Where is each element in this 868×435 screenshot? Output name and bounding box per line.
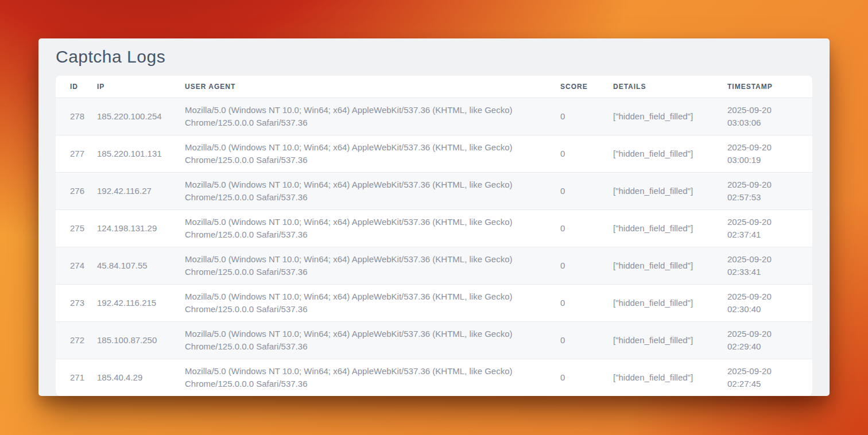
cell-details: ["hidden_field_filled"] [613, 359, 727, 397]
cell-timestamp: 2025-09-20 02:37:41 [727, 210, 812, 247]
table-row: 274 45.84.107.55 Mozilla/5.0 (Windows NT… [56, 247, 812, 285]
cell-ip: 185.40.4.29 [97, 359, 185, 397]
cell-score: 0 [560, 173, 613, 210]
cell-user-agent: Mozilla/5.0 (Windows NT 10.0; Win64; x64… [185, 173, 560, 210]
cell-timestamp: 2025-09-20 02:27:45 [727, 359, 812, 397]
table-header-row: ID IP USER AGENT SCORE DETAILS TIMESTAMP [56, 76, 812, 98]
cell-score: 0 [560, 98, 613, 135]
cell-ip: 185.220.101.131 [97, 135, 185, 173]
table-row: 277 185.220.101.131 Mozilla/5.0 (Windows… [56, 135, 812, 173]
cell-details: ["hidden_field_filled"] [613, 322, 727, 359]
cell-score: 0 [560, 135, 613, 173]
cell-ip: 192.42.116.27 [97, 173, 185, 210]
table-header: ID IP USER AGENT SCORE DETAILS TIMESTAMP [56, 76, 812, 98]
cell-ip: 185.220.100.254 [97, 98, 185, 135]
cell-details: ["hidden_field_filled"] [613, 135, 727, 173]
column-header-user-agent: USER AGENT [185, 76, 560, 98]
table-row: 273 192.42.116.215 Mozilla/5.0 (Windows … [56, 285, 812, 322]
cell-user-agent: Mozilla/5.0 (Windows NT 10.0; Win64; x64… [185, 247, 560, 285]
cell-user-agent: Mozilla/5.0 (Windows NT 10.0; Win64; x64… [185, 359, 560, 397]
cell-timestamp: 2025-09-20 02:29:40 [727, 322, 812, 359]
captcha-logs-card: Captcha Logs ID IP USER AGENT SCORE DETA… [38, 38, 830, 396]
cell-user-agent: Mozilla/5.0 (Windows NT 10.0; Win64; x64… [185, 285, 560, 322]
column-header-timestamp: TIMESTAMP [727, 76, 812, 98]
cell-user-agent: Mozilla/5.0 (Windows NT 10.0; Win64; x64… [185, 210, 560, 247]
cell-id: 272 [56, 322, 97, 359]
cell-timestamp: 2025-09-20 02:33:41 [727, 247, 812, 285]
cell-score: 0 [560, 359, 613, 397]
cell-user-agent: Mozilla/5.0 (Windows NT 10.0; Win64; x64… [185, 135, 560, 173]
table-body: 278 185.220.100.254 Mozilla/5.0 (Windows… [56, 98, 812, 397]
cell-timestamp: 2025-09-20 03:03:06 [727, 98, 812, 135]
cell-id: 274 [56, 247, 97, 285]
column-header-ip: IP [97, 76, 185, 98]
column-header-id: ID [56, 76, 97, 98]
cell-details: ["hidden_field_filled"] [613, 285, 727, 322]
cell-user-agent: Mozilla/5.0 (Windows NT 10.0; Win64; x64… [185, 98, 560, 135]
captcha-logs-table-container: ID IP USER AGENT SCORE DETAILS TIMESTAMP… [56, 76, 812, 396]
cell-ip: 185.100.87.250 [97, 322, 185, 359]
table-row: 272 185.100.87.250 Mozilla/5.0 (Windows … [56, 322, 812, 359]
cell-id: 275 [56, 210, 97, 247]
cell-id: 277 [56, 135, 97, 173]
cell-user-agent: Mozilla/5.0 (Windows NT 10.0; Win64; x64… [185, 322, 560, 359]
cell-score: 0 [560, 322, 613, 359]
table-row: 271 185.40.4.29 Mozilla/5.0 (Windows NT … [56, 359, 812, 397]
cell-score: 0 [560, 285, 613, 322]
cell-details: ["hidden_field_filled"] [613, 210, 727, 247]
page-background: { "page": { "title": "Captcha Logs" }, "… [0, 0, 868, 435]
column-header-details: DETAILS [613, 76, 727, 98]
cell-timestamp: 2025-09-20 02:30:40 [727, 285, 812, 322]
cell-id: 278 [56, 98, 97, 135]
cell-score: 0 [560, 210, 613, 247]
cell-details: ["hidden_field_filled"] [613, 98, 727, 135]
cell-details: ["hidden_field_filled"] [613, 247, 727, 285]
table-row: 275 124.198.131.29 Mozilla/5.0 (Windows … [56, 210, 812, 247]
cell-ip: 45.84.107.55 [97, 247, 185, 285]
cell-ip: 192.42.116.215 [97, 285, 185, 322]
cell-details: ["hidden_field_filled"] [613, 173, 727, 210]
cell-timestamp: 2025-09-20 03:00:19 [727, 135, 812, 173]
captcha-logs-table: ID IP USER AGENT SCORE DETAILS TIMESTAMP… [56, 76, 812, 396]
cell-id: 273 [56, 285, 97, 322]
page-title: Captcha Logs [56, 47, 812, 67]
cell-id: 276 [56, 173, 97, 210]
table-row: 278 185.220.100.254 Mozilla/5.0 (Windows… [56, 98, 812, 135]
cell-id: 271 [56, 359, 97, 397]
table-row: 276 192.42.116.27 Mozilla/5.0 (Windows N… [56, 173, 812, 210]
column-header-score: SCORE [560, 76, 613, 98]
cell-ip: 124.198.131.29 [97, 210, 185, 247]
cell-timestamp: 2025-09-20 02:57:53 [727, 173, 812, 210]
cell-score: 0 [560, 247, 613, 285]
